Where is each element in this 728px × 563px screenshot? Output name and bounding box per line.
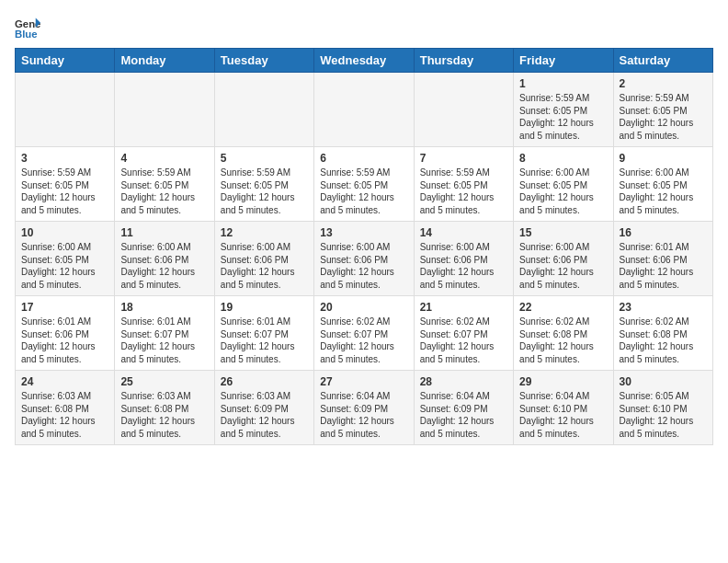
calendar-cell: 6Sunrise: 5:59 AMSunset: 6:05 PMDaylight… [314,147,414,222]
calendar-cell: 22Sunrise: 6:02 AMSunset: 6:08 PMDayligh… [514,296,613,371]
calendar-cell [314,73,414,147]
calendar-table: SundayMondayTuesdayWednesdayThursdayFrid… [15,48,713,445]
day-info: Sunrise: 6:00 AMSunset: 6:05 PMDaylight:… [21,241,108,291]
day-info: Sunrise: 6:02 AMSunset: 6:07 PMDaylight:… [320,316,407,365]
calendar-cell: 10Sunrise: 6:00 AMSunset: 6:05 PMDayligh… [16,222,115,296]
day-number: 28 [420,375,507,388]
calendar-cell: 16Sunrise: 6:01 AMSunset: 6:06 PMDayligh… [613,222,712,296]
calendar-cell: 1Sunrise: 5:59 AMSunset: 6:05 PMDaylight… [514,73,613,147]
calendar-cell: 3Sunrise: 5:59 AMSunset: 6:05 PMDaylight… [16,147,115,222]
calendar-cell: 4Sunrise: 5:59 AMSunset: 6:05 PMDaylight… [115,147,214,222]
day-info: Sunrise: 6:04 AMSunset: 6:09 PMDaylight:… [420,390,507,440]
day-info: Sunrise: 6:00 AMSunset: 6:05 PMDaylight:… [519,167,607,216]
calendar-cell: 13Sunrise: 6:00 AMSunset: 6:06 PMDayligh… [314,222,414,296]
calendar-cell [16,73,115,147]
day-header-sunday: Sunday [16,49,115,73]
day-header-friday: Friday [514,49,613,73]
calendar-cell: 23Sunrise: 6:02 AMSunset: 6:08 PMDayligh… [613,296,712,371]
calendar-cell: 28Sunrise: 6:04 AMSunset: 6:09 PMDayligh… [414,371,513,445]
day-number: 18 [120,301,208,314]
day-number: 26 [221,375,308,388]
day-info: Sunrise: 5:59 AMSunset: 6:05 PMDaylight:… [519,92,607,142]
day-number: 25 [120,375,208,388]
calendar-cell: 12Sunrise: 6:00 AMSunset: 6:06 PMDayligh… [214,222,313,296]
logo: General Blue [15,15,40,40]
day-number: 8 [519,152,607,165]
day-number: 7 [420,152,507,165]
day-info: Sunrise: 5:59 AMSunset: 6:05 PMDaylight:… [120,167,208,216]
svg-text:Blue: Blue [15,29,38,40]
day-info: Sunrise: 6:05 AMSunset: 6:10 PMDaylight:… [620,390,707,440]
day-number: 23 [620,301,707,314]
day-number: 6 [320,152,407,165]
calendar-cell: 2Sunrise: 5:59 AMSunset: 6:05 PMDaylight… [613,73,712,147]
day-number: 21 [420,301,507,314]
day-number: 27 [320,375,407,388]
header: General Blue [15,15,713,40]
calendar-cell: 11Sunrise: 6:00 AMSunset: 6:06 PMDayligh… [115,222,214,296]
calendar-cell: 17Sunrise: 6:01 AMSunset: 6:06 PMDayligh… [16,296,115,371]
day-number: 22 [519,301,607,314]
day-info: Sunrise: 6:00 AMSunset: 6:06 PMDaylight:… [420,241,507,291]
calendar-cell [414,73,513,147]
day-info: Sunrise: 6:03 AMSunset: 6:08 PMDaylight:… [120,390,208,440]
day-info: Sunrise: 6:02 AMSunset: 6:08 PMDaylight:… [519,316,607,365]
day-number: 3 [21,152,108,165]
day-info: Sunrise: 5:59 AMSunset: 6:05 PMDaylight:… [320,167,407,216]
day-info: Sunrise: 6:00 AMSunset: 6:06 PMDaylight:… [320,241,407,291]
day-number: 12 [221,226,308,239]
day-number: 30 [620,375,707,388]
day-info: Sunrise: 5:59 AMSunset: 6:05 PMDaylight:… [420,167,507,216]
day-number: 17 [21,301,108,314]
day-info: Sunrise: 6:00 AMSunset: 6:06 PMDaylight:… [221,241,308,291]
calendar-cell: 20Sunrise: 6:02 AMSunset: 6:07 PMDayligh… [314,296,414,371]
day-number: 20 [320,301,407,314]
day-header-saturday: Saturday [613,49,712,73]
day-info: Sunrise: 6:02 AMSunset: 6:08 PMDaylight:… [620,316,707,365]
calendar-cell: 25Sunrise: 6:03 AMSunset: 6:08 PMDayligh… [115,371,214,445]
calendar-cell: 19Sunrise: 6:01 AMSunset: 6:07 PMDayligh… [214,296,313,371]
calendar-cell: 18Sunrise: 6:01 AMSunset: 6:07 PMDayligh… [115,296,214,371]
calendar-cell: 24Sunrise: 6:03 AMSunset: 6:08 PMDayligh… [16,371,115,445]
day-header-thursday: Thursday [414,49,513,73]
day-number: 16 [620,226,707,239]
calendar-cell: 30Sunrise: 6:05 AMSunset: 6:10 PMDayligh… [613,371,712,445]
calendar-cell: 7Sunrise: 5:59 AMSunset: 6:05 PMDaylight… [414,147,513,222]
logo-icon: General Blue [15,15,40,40]
calendar-cell: 9Sunrise: 6:00 AMSunset: 6:05 PMDaylight… [613,147,712,222]
calendar-cell [214,73,313,147]
day-number: 19 [221,301,308,314]
calendar-cell [115,73,214,147]
day-number: 13 [320,226,407,239]
calendar-cell: 27Sunrise: 6:04 AMSunset: 6:09 PMDayligh… [314,371,414,445]
calendar-cell: 15Sunrise: 6:00 AMSunset: 6:06 PMDayligh… [514,222,613,296]
day-info: Sunrise: 6:02 AMSunset: 6:07 PMDaylight:… [420,316,507,365]
day-number: 10 [21,226,108,239]
day-number: 4 [120,152,208,165]
calendar-cell: 21Sunrise: 6:02 AMSunset: 6:07 PMDayligh… [414,296,513,371]
day-number: 9 [620,152,707,165]
day-info: Sunrise: 6:01 AMSunset: 6:07 PMDaylight:… [120,316,208,365]
day-info: Sunrise: 6:03 AMSunset: 6:08 PMDaylight:… [21,390,108,440]
calendar-cell: 8Sunrise: 6:00 AMSunset: 6:05 PMDaylight… [514,147,613,222]
day-info: Sunrise: 6:04 AMSunset: 6:10 PMDaylight:… [519,390,607,440]
day-info: Sunrise: 5:59 AMSunset: 6:05 PMDaylight:… [221,167,308,216]
day-number: 24 [21,375,108,388]
calendar-cell: 29Sunrise: 6:04 AMSunset: 6:10 PMDayligh… [514,371,613,445]
day-info: Sunrise: 6:01 AMSunset: 6:07 PMDaylight:… [221,316,308,365]
day-number: 11 [120,226,208,239]
day-header-wednesday: Wednesday [314,49,414,73]
calendar-cell: 14Sunrise: 6:00 AMSunset: 6:06 PMDayligh… [414,222,513,296]
day-header-monday: Monday [115,49,214,73]
day-info: Sunrise: 5:59 AMSunset: 6:05 PMDaylight:… [620,92,707,142]
calendar-cell: 5Sunrise: 5:59 AMSunset: 6:05 PMDaylight… [214,147,313,222]
day-info: Sunrise: 6:03 AMSunset: 6:09 PMDaylight:… [221,390,308,440]
calendar-cell: 26Sunrise: 6:03 AMSunset: 6:09 PMDayligh… [214,371,313,445]
day-info: Sunrise: 6:00 AMSunset: 6:06 PMDaylight:… [519,241,607,291]
day-info: Sunrise: 6:00 AMSunset: 6:06 PMDaylight:… [120,241,208,291]
day-info: Sunrise: 6:04 AMSunset: 6:09 PMDaylight:… [320,390,407,440]
day-number: 29 [519,375,607,388]
day-header-tuesday: Tuesday [214,49,313,73]
day-number: 5 [221,152,308,165]
day-number: 15 [519,226,607,239]
